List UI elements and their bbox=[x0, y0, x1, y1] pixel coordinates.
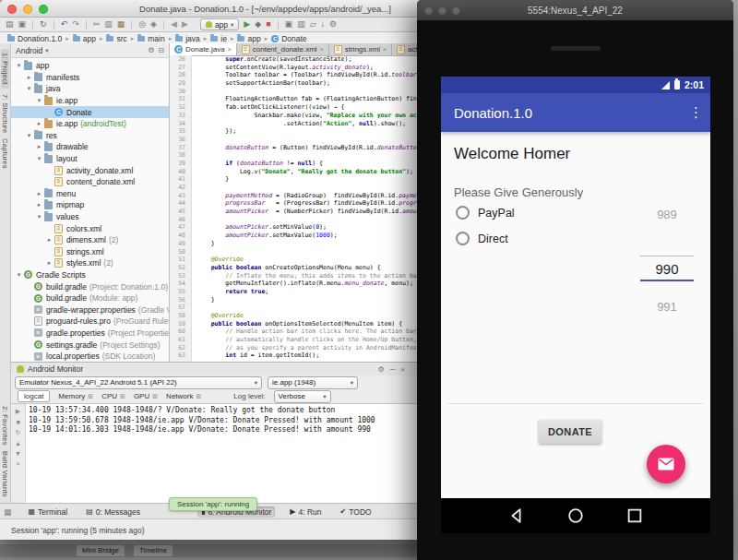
breadcrumb-item-main[interactable]: main bbox=[137, 34, 164, 43]
tree-item-gradle-scripts[interactable]: ▾Gradle Scripts bbox=[11, 269, 169, 281]
attach-debugger-icon[interactable]: ▣ bbox=[285, 20, 293, 29]
device-select[interactable]: Emulator Nexus_4_API_22 Android 5.1 (API… bbox=[15, 376, 262, 389]
expander-icon[interactable]: ▾ bbox=[25, 85, 33, 92]
logcat-tool-icon[interactable]: ▼ bbox=[15, 450, 21, 457]
breadcrumb-item-app[interactable]: app bbox=[73, 34, 96, 43]
tree-item-donate[interactable]: Donate bbox=[11, 106, 169, 118]
expander-icon[interactable]: ▾ bbox=[15, 62, 23, 69]
tree-item-layout[interactable]: ▾layout bbox=[11, 153, 169, 165]
radio-option-direct[interactable]: Direct bbox=[456, 232, 508, 245]
expander-icon[interactable]: ▾ bbox=[35, 155, 43, 162]
picker-value-below[interactable]: 991 bbox=[638, 300, 696, 314]
project-view-selector[interactable]: Android ▾ bbox=[16, 46, 49, 55]
back-icon[interactable]: ◀ bbox=[171, 20, 177, 29]
zoom-window-button[interactable] bbox=[39, 5, 48, 14]
minimize-icon[interactable]: ─ bbox=[390, 365, 396, 374]
zoom-window-button[interactable] bbox=[452, 6, 460, 15]
android-monitor-icon[interactable]: ▥ bbox=[297, 20, 305, 29]
tree-item-ie-app[interactable]: ▾ie.app bbox=[11, 95, 169, 107]
tree-item-local-properties-sdk-location[interactable]: local.properties(SDK Location) bbox=[11, 351, 169, 362]
fab-button[interactable] bbox=[647, 445, 685, 483]
breadcrumb-item-java[interactable]: java bbox=[175, 34, 200, 43]
run-configuration-select[interactable]: app ▾ bbox=[200, 18, 239, 30]
editor-tab-strings-xml[interactable]: strings.xml× bbox=[329, 43, 392, 55]
expander-icon[interactable]: ▸ bbox=[45, 259, 54, 267]
tree-item-gradle-properties-project-properties[interactable]: gradle.properties(Project Properties) bbox=[11, 328, 169, 340]
expander-icon[interactable]: ▾ bbox=[15, 271, 23, 279]
tree-item-gradle-wrapper-properties-gradle-version[interactable]: gradle-wrapper.properties(Gradle Version… bbox=[11, 304, 169, 316]
copy-icon[interactable]: ▥ bbox=[104, 20, 113, 29]
picker-value-selected[interactable]: 990 bbox=[638, 261, 696, 277]
tree-item-build-gradle-module-app[interactable]: build.gradle(Module: app) bbox=[11, 292, 169, 304]
sync-icon[interactable]: ↻ bbox=[40, 20, 47, 29]
close-window-button[interactable] bbox=[424, 6, 433, 15]
breadcrumb-item-donate[interactable]: CDonate bbox=[271, 34, 306, 43]
logcat-tool-icon[interactable]: ▲ bbox=[15, 440, 21, 447]
expander-icon[interactable]: ▾ bbox=[25, 132, 33, 139]
debug-button[interactable]: ◆ bbox=[255, 20, 261, 29]
close-window-button[interactable] bbox=[7, 5, 17, 14]
overflow-menu-icon[interactable]: ⋮ bbox=[689, 93, 703, 132]
tool-button-0-messages[interactable]: ▤0: Messages bbox=[82, 506, 144, 518]
tree-item-mipmap[interactable]: ▸mipmap bbox=[11, 199, 169, 211]
monitor-tab-network[interactable]: Network⊞ bbox=[166, 392, 201, 400]
redo-icon[interactable]: ↷ bbox=[72, 20, 79, 29]
settings-icon[interactable]: ⚙ bbox=[329, 20, 337, 29]
tree-item-styles-xml-2[interactable]: ▸styles.xml(2) bbox=[11, 257, 169, 269]
amount-picker[interactable]: 989 990 991 bbox=[638, 208, 696, 318]
editor-tab-content-donate-xml[interactable]: content_donate.xml× bbox=[237, 43, 329, 55]
tree-item-res[interactable]: ▾res bbox=[11, 130, 169, 142]
logcat-tool-icon[interactable]: × bbox=[16, 460, 19, 467]
monitor-tab-logcat[interactable]: logcat bbox=[18, 390, 50, 402]
save-all-icon[interactable]: ▣ bbox=[18, 20, 27, 29]
settings-icon[interactable]: ⚙ bbox=[377, 365, 384, 374]
background-app-tab-timeline[interactable]: Timeline bbox=[134, 545, 173, 556]
paste-icon[interactable]: ▦ bbox=[117, 20, 125, 29]
home-button[interactable] bbox=[566, 506, 585, 525]
close-icon[interactable]: × bbox=[400, 365, 405, 374]
monitor-tab-cpu[interactable]: CPU⊞ bbox=[101, 392, 125, 400]
monitor-tab-gpu[interactable]: GPU⊞ bbox=[134, 392, 158, 400]
breadcrumb-item-ie[interactable]: ie bbox=[210, 34, 227, 43]
expander-icon[interactable]: ▸ bbox=[25, 74, 33, 81]
breadcrumb-item-app[interactable]: app bbox=[237, 34, 260, 43]
monitor-tab-memory[interactable]: Memory⊞ bbox=[58, 392, 93, 400]
tool-window-tab-captures[interactable]: Captures bbox=[1, 138, 9, 169]
expander-icon[interactable]: ▸ bbox=[35, 143, 43, 150]
tree-item-content-donate-xml[interactable]: content_donate.xml bbox=[11, 176, 169, 188]
tree-item-menu[interactable]: ▸menu bbox=[11, 188, 169, 200]
tool-window-tab-7-structure[interactable]: 7: Structure bbox=[1, 94, 9, 133]
tree-item-settings-gradle-project-settings[interactable]: settings.gradle(Project Settings) bbox=[11, 339, 169, 351]
tree-item-activity-donate-xml[interactable]: activity_donate.xml bbox=[11, 164, 169, 176]
find-icon[interactable]: ◎ bbox=[138, 20, 146, 29]
expander-icon[interactable]: ▸ bbox=[45, 236, 54, 244]
close-icon[interactable]: × bbox=[320, 46, 324, 53]
picker-value-above[interactable]: 989 bbox=[638, 208, 696, 221]
tool-window-switcher-icon[interactable]: ▦ bbox=[4, 507, 12, 517]
expander-icon[interactable]: ▸ bbox=[35, 201, 43, 209]
close-icon[interactable]: × bbox=[228, 46, 232, 53]
tree-item-colors-xml[interactable]: colors.xml bbox=[11, 222, 169, 234]
background-app-tab-mini-bridge[interactable]: Mini Bridge bbox=[77, 545, 125, 556]
tool-window-tab-1-project[interactable]: 1: Project bbox=[1, 49, 9, 89]
minimize-window-button[interactable] bbox=[438, 6, 446, 15]
stop-button[interactable]: ■ bbox=[266, 20, 270, 29]
process-select[interactable]: ie.app (1948) ▾ bbox=[268, 376, 358, 389]
tree-item-values[interactable]: ▾values bbox=[11, 211, 169, 223]
back-button[interactable] bbox=[507, 506, 526, 525]
replace-icon[interactable]: ◈ bbox=[150, 20, 157, 29]
tool-window-tab-2-favorites[interactable]: 2: Favorites bbox=[1, 406, 9, 446]
tree-item-ie-app-androidtest[interactable]: ▸ie.app(androidTest) bbox=[11, 118, 169, 130]
log-level-select[interactable]: Verbose ▾ bbox=[274, 390, 331, 403]
expander-icon[interactable]: ▾ bbox=[35, 97, 43, 104]
minimize-window-button[interactable] bbox=[23, 5, 32, 14]
tool-button-terminal[interactable]: ▦Terminal bbox=[25, 506, 72, 518]
open-icon[interactable]: ▤ bbox=[6, 20, 14, 29]
tree-item-dimens-xml-2[interactable]: ▸dimens.xml(2) bbox=[11, 234, 169, 246]
cut-icon[interactable]: ✂ bbox=[93, 20, 101, 29]
radio-option-paypal[interactable]: PayPal bbox=[456, 206, 515, 220]
tree-item-java[interactable]: ▾java bbox=[11, 83, 169, 95]
expander-icon[interactable]: ▸ bbox=[35, 190, 43, 197]
close-icon[interactable]: × bbox=[383, 46, 387, 53]
tool-window-tab-build-variants[interactable]: Build Variants bbox=[1, 451, 9, 497]
